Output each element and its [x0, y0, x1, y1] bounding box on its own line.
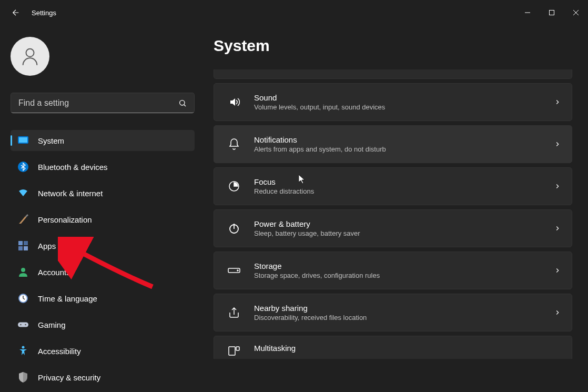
nav-list: System Bluetooth & devices Network & int… [11, 130, 200, 392]
svg-rect-10 [18, 241, 23, 245]
sidebar-item-label: Personalization [38, 215, 92, 224]
card-desc: Alerts from apps and system, do not dist… [254, 145, 554, 153]
sidebar-item-personalization[interactable]: Personalization [11, 209, 195, 230]
sidebar-item-label: Privacy & security [38, 373, 100, 382]
setting-card-multitasking[interactable]: Multitasking [214, 336, 572, 359]
back-arrow-icon [11, 8, 21, 17]
card-text: Focus Reduce distractions [254, 177, 554, 195]
card-title: Power & battery [254, 219, 554, 228]
svg-rect-12 [18, 246, 23, 250]
svg-rect-19 [18, 323, 28, 327]
minimize-button[interactable] [515, 4, 540, 21]
sidebar-item-label: Apps [38, 242, 56, 250]
focus-icon [227, 179, 241, 194]
sidebar-item-label: Network & internet [38, 189, 103, 198]
setting-card-power[interactable]: Power & battery Sleep, battery usage, ba… [214, 209, 572, 247]
close-button[interactable] [564, 4, 588, 21]
content: System Sound Volume levels, output, inpu… [200, 25, 588, 392]
main-layout: System Bluetooth & devices Network & int… [0, 25, 588, 392]
bell-icon [227, 137, 241, 152]
titlebar: Settings [0, 0, 588, 25]
minimize-icon [525, 10, 530, 15]
settings-list: Sound Volume levels, output, input, soun… [214, 69, 572, 359]
page-title: System [214, 37, 572, 55]
chevron-right-icon [554, 267, 561, 274]
card-text: Sound Volume levels, output, input, soun… [254, 93, 554, 111]
sidebar-item-gaming[interactable]: Gaming [11, 314, 195, 335]
sidebar-item-accounts[interactable]: Accounts [11, 262, 195, 283]
sidebar-item-accessibility[interactable]: Accessibility [11, 340, 195, 361]
maximize-icon [549, 10, 554, 15]
sidebar-item-network[interactable]: Network & internet [11, 183, 195, 204]
sidebar-item-label: Bluetooth & devices [38, 163, 108, 172]
sidebar-item-label: Time & language [38, 294, 97, 303]
card-text: Notifications Alerts from apps and syste… [254, 135, 554, 153]
svg-rect-29 [236, 347, 239, 350]
setting-card-focus[interactable]: Focus Reduce distractions [214, 167, 572, 205]
sidebar-item-system[interactable]: System [11, 130, 195, 151]
svg-point-22 [22, 346, 25, 349]
sidebar-item-label: System [38, 136, 64, 145]
setting-card-sound[interactable]: Sound Volume levels, output, input, soun… [214, 83, 572, 121]
accessibility-icon [18, 346, 28, 356]
card-desc: Volume levels, output, input, sound devi… [254, 103, 554, 111]
sidebar: System Bluetooth & devices Network & int… [0, 25, 200, 392]
apps-icon [18, 240, 28, 251]
window-controls [515, 4, 588, 21]
bluetooth-icon [18, 162, 28, 172]
sidebar-item-privacy[interactable]: Privacy & security [11, 367, 195, 388]
svg-point-14 [21, 268, 25, 272]
power-icon [227, 221, 241, 236]
svg-point-4 [26, 49, 34, 57]
card-desc: Sleep, battery usage, battery saver [254, 229, 554, 237]
svg-rect-1 [550, 11, 554, 15]
card-title: Notifications [254, 135, 554, 144]
display-icon [18, 135, 28, 146]
svg-rect-11 [24, 241, 28, 245]
search-icon [178, 99, 187, 107]
chevron-right-icon [554, 225, 561, 232]
setting-card-partial[interactable] [214, 69, 572, 79]
search-input[interactable] [18, 98, 178, 108]
card-title: Storage [254, 262, 554, 270]
person-icon [18, 267, 28, 277]
titlebar-left: Settings [9, 6, 56, 19]
card-text: Multitasking [254, 344, 561, 353]
svg-point-21 [25, 324, 26, 326]
chevron-right-icon [554, 183, 561, 190]
share-icon [227, 305, 241, 320]
svg-rect-13 [24, 246, 28, 250]
back-button[interactable] [9, 6, 22, 19]
setting-card-storage[interactable]: Storage Storage space, drives, configura… [214, 252, 572, 289]
wifi-icon [18, 188, 28, 198]
card-text: Storage Storage space, drives, configura… [254, 262, 554, 279]
brush-icon [18, 214, 28, 225]
card-desc: Discoverability, received files location [254, 314, 554, 321]
setting-card-nearby[interactable]: Nearby sharing Discoverability, received… [214, 294, 572, 331]
svg-point-27 [237, 270, 238, 271]
sidebar-item-label: Accounts [38, 268, 70, 277]
card-title: Nearby sharing [254, 304, 554, 313]
chevron-right-icon [554, 140, 561, 148]
gamepad-icon [18, 319, 28, 330]
sidebar-item-label: Gaming [38, 320, 66, 329]
user-avatar[interactable] [11, 37, 49, 76]
svg-rect-8 [19, 137, 27, 143]
sidebar-item-bluetooth[interactable]: Bluetooth & devices [11, 156, 195, 177]
card-title: Focus [254, 177, 554, 186]
multitask-icon [227, 344, 241, 358]
clock-icon [18, 293, 28, 304]
search-box[interactable] [11, 93, 195, 114]
card-desc: Storage space, drives, configuration rul… [254, 272, 554, 279]
shield-icon [18, 372, 28, 383]
card-title: Sound [254, 93, 554, 102]
app-title: Settings [32, 9, 56, 17]
storage-icon [227, 263, 241, 278]
card-title: Multitasking [254, 344, 561, 353]
close-icon [573, 10, 579, 15]
maximize-button[interactable] [540, 4, 564, 21]
sidebar-item-time[interactable]: Time & language [11, 288, 195, 309]
setting-card-notifications[interactable]: Notifications Alerts from apps and syste… [214, 125, 572, 163]
sidebar-item-apps[interactable]: Apps [11, 235, 195, 256]
sidebar-item-label: Accessibility [38, 347, 81, 356]
